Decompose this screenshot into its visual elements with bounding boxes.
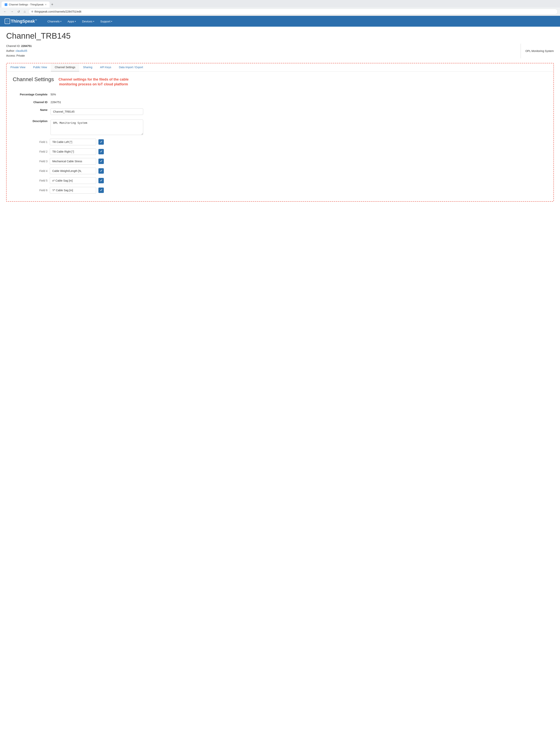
field-2-checkbox-container: ✓: [98, 149, 104, 154]
percentage-complete-label: Percentage Complete: [13, 91, 47, 96]
home-button[interactable]: ⌂: [23, 9, 27, 14]
field-3-label: Field 3: [13, 160, 47, 163]
main-nav: Channels ▾ Apps ▾ Devices ▾ Support ▾: [45, 18, 115, 25]
field-4-checkmark: ✓: [100, 169, 102, 173]
tab-api-keys[interactable]: API Keys: [96, 63, 115, 71]
support-arrow-icon: ▾: [111, 20, 112, 23]
reload-button[interactable]: ↺: [16, 9, 21, 14]
tab-channel-settings[interactable]: Channel Settings: [51, 63, 79, 71]
page-title: Channel_TRB145: [6, 31, 554, 40]
field-3-checkbox-container: ✓: [98, 159, 104, 164]
apps-arrow-icon: ▾: [75, 20, 76, 23]
nav-channels[interactable]: Channels ▾: [45, 18, 64, 25]
field-3-input[interactable]: [50, 158, 96, 165]
meta-left: Channel ID: 2284751 Author: claudiu05 Ac…: [6, 44, 513, 58]
field-4-checkbox-container: ✓: [98, 168, 104, 174]
tab-data-import-export[interactable]: Data Import / Export: [115, 63, 147, 71]
field-2-checkmark: ✓: [100, 150, 102, 153]
tab-public-view[interactable]: Public View: [29, 63, 51, 71]
field-6-checkbox-container: ✓: [98, 188, 104, 193]
field-5-checkmark: ✓: [100, 179, 102, 182]
access-line: Access: Private: [6, 53, 513, 58]
field-2-input[interactable]: [50, 148, 96, 155]
author-link[interactable]: claudiu05: [15, 49, 27, 52]
tab-close-button[interactable]: ×: [45, 3, 46, 6]
tab-private-view[interactable]: Private View: [6, 63, 29, 71]
percentage-complete-value: 50%: [50, 91, 547, 96]
logo-text: ThingSpeak™: [11, 19, 37, 24]
security-icon: ⚙: [31, 10, 33, 13]
field-2-row: Field 2 ✓: [13, 148, 547, 155]
field-1-row: Field 1 ✓: [13, 139, 547, 145]
field-4-label: Field 4: [13, 169, 47, 172]
tab-navigation: Private View Public View Channel Setting…: [6, 63, 554, 72]
field-4-row: Field 4 ✓: [13, 168, 547, 174]
thingspeak-logo[interactable]: □ ThingSpeak™: [5, 19, 37, 24]
meta-description: OPL Monitoring System: [521, 44, 554, 58]
tab-favicon: [5, 3, 7, 6]
settings-title: Channel Settings: [13, 76, 54, 83]
active-tab[interactable]: Channel Settings - ThingSpeak ×: [2, 2, 49, 7]
description-label: Description: [13, 118, 47, 123]
channel-id-row: Channel ID 2284751: [13, 99, 547, 104]
thingspeak-navbar: □ ThingSpeak™ Channels ▾ Apps ▾ Devices …: [0, 16, 560, 27]
name-row: Name: [13, 107, 547, 115]
nav-apps[interactable]: Apps ▾: [65, 18, 78, 25]
field-1-label: Field 1: [13, 140, 47, 143]
percentage-complete-row: Percentage Complete 50%: [13, 91, 547, 96]
field-2-label: Field 2: [13, 150, 47, 153]
channels-arrow-icon: ▾: [60, 20, 61, 23]
settings-header: Channel Settings Channel settings for th…: [13, 76, 547, 87]
name-input-container: [50, 107, 547, 115]
new-tab-button[interactable]: +: [49, 2, 55, 7]
field-6-label: Field 6: [13, 189, 47, 192]
nav-support[interactable]: Support ▾: [98, 18, 115, 25]
name-label: Name: [13, 107, 47, 111]
url-text: thingspeak.com/channels/2284751/edit: [35, 10, 81, 13]
browser-controls: ← → ↺ ⌂ ⚙ thingspeak.com/channels/228475…: [0, 7, 560, 15]
field-5-input[interactable]: [50, 177, 96, 184]
dashed-container: Private View Public View Channel Setting…: [6, 63, 554, 202]
field-6-row: Field 6 ✓: [13, 187, 547, 194]
field-6-checkmark: ✓: [100, 188, 102, 192]
field-3-row: Field 3 ✓: [13, 158, 547, 165]
browser-chrome: Channel Settings - ThingSpeak × + ← → ↺ …: [0, 0, 560, 16]
channel-meta: Channel ID: 2284751 Author: claudiu05 Ac…: [6, 44, 554, 58]
name-input[interactable]: [50, 108, 143, 115]
field-4-input[interactable]: [50, 168, 96, 174]
nav-devices[interactable]: Devices ▾: [79, 18, 97, 25]
channel-id-line: Channel ID: 2284751: [6, 44, 513, 48]
settings-annotation: Channel settings for the fileds of the c…: [59, 76, 129, 87]
tab-sharing[interactable]: Sharing: [79, 63, 96, 71]
address-bar[interactable]: ⚙ thingspeak.com/channels/2284751/edit: [28, 9, 558, 14]
field-5-row: Field 5 ✓: [13, 177, 547, 184]
author-line: Author: claudiu05: [6, 48, 513, 53]
description-row: Description OPL Monitoring System: [13, 118, 547, 136]
field-5-label: Field 5: [13, 179, 47, 182]
back-button[interactable]: ←: [2, 9, 8, 14]
forward-button[interactable]: →: [9, 9, 15, 14]
description-input[interactable]: OPL Monitoring System: [50, 120, 143, 135]
channel-id-label: Channel ID: [13, 99, 47, 104]
field-1-checkbox-container: ✓: [98, 139, 104, 145]
page-content: Channel_TRB145 Channel ID: 2284751 Autho…: [0, 27, 560, 206]
field-5-checkbox-container: ✓: [98, 178, 104, 183]
tab-bar: Channel Settings - ThingSpeak × +: [0, 0, 560, 7]
field-3-checkmark: ✓: [100, 159, 102, 163]
channel-id-value: 2284751: [50, 99, 547, 104]
field-1-checkmark: ✓: [100, 140, 102, 144]
field-1-input[interactable]: [50, 139, 96, 145]
field-6-input[interactable]: [50, 187, 96, 194]
devices-arrow-icon: ▾: [93, 20, 94, 23]
settings-content: Channel Settings Channel settings for th…: [6, 72, 554, 201]
tab-title: Channel Settings - ThingSpeak: [9, 3, 44, 6]
description-input-container: OPL Monitoring System: [50, 118, 547, 136]
logo-icon: □: [5, 19, 10, 24]
